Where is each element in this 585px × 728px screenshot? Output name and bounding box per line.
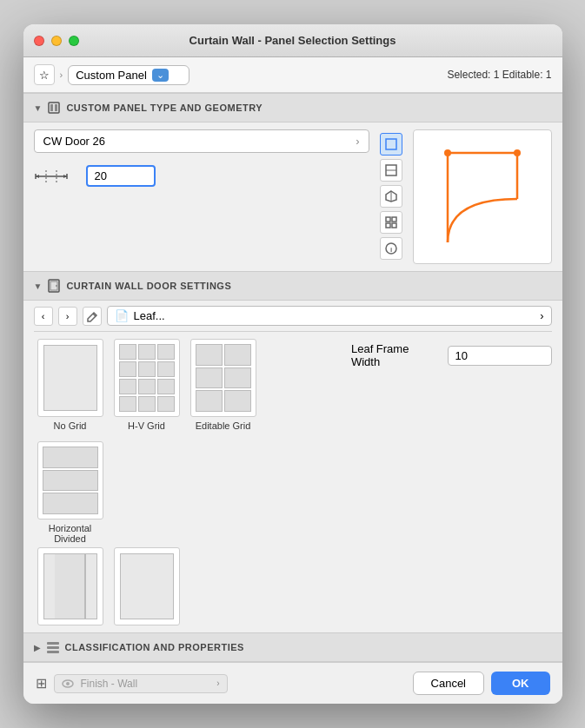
nav-next-button[interactable]: › [58,307,77,326]
hv-cell [119,344,136,360]
favorites-button[interactable]: ☆ [34,64,55,85]
eye-icon [62,678,74,690]
star-icon: ☆ [39,69,50,82]
grid-thumb-row2-1 [37,547,103,625]
minimize-button[interactable] [51,36,62,46]
svg-rect-31 [47,646,59,649]
custom-panel-content: CW Door 26 › [23,122,562,271]
grid-option-row2-1[interactable] [37,547,103,625]
svg-rect-2 [55,104,57,111]
panel-type-icon [47,101,61,115]
panel-type-dropdown[interactable]: Custom Panel ⌄ [68,65,189,85]
svg-text:i: i [389,246,391,254]
titlebar-buttons [34,36,79,46]
section-icon [385,164,397,176]
leaf-frame-panel: Leaf Frame Width [341,339,552,544]
hv-cell [138,379,156,394]
info-button[interactable]: i [380,237,402,260]
grid-options-container: No Grid [34,339,327,544]
grid-view-button[interactable] [380,211,402,234]
grid-thumb-row2-2 [114,547,180,625]
close-button[interactable] [34,36,44,46]
cw-door-icon [47,279,61,293]
finish-arrow-icon: › [216,678,219,688]
main-window: Curtain Wall - Panel Selection Settings … [23,24,562,704]
section-view-button[interactable] [380,159,402,182]
editable-grid-inner [196,344,251,412]
hv-cell [138,344,156,360]
edit-cell [224,344,251,366]
selection-info: Selected: 1 Editable: 1 [447,69,551,81]
nav-edit-button[interactable] [83,307,102,326]
hv-cell [119,361,136,377]
leaf-frame-label: Leaf Frame Width [351,342,437,368]
bottom-bar: ⊞ Finish - Wall › Cancel OK [23,662,562,704]
edit-icon [86,310,98,322]
classification-section-header[interactable]: ▶ CLASSIFICATION AND PROPERTIES [23,632,562,662]
hdiv-row [43,493,98,514]
toolbar: ☆ › Custom Panel ⌄ Selected: 1 Editable:… [23,57,562,93]
horizontal-divided-thumb [37,441,103,520]
hv-grid-label: H-V Grid [128,420,165,431]
hv-cell [119,379,136,394]
dropdown-label: Custom Panel [76,69,147,82]
no-grid-option[interactable]: No Grid [37,339,103,431]
edit-cell [196,390,223,412]
bottom-left: ⊞ Finish - Wall › [36,674,228,693]
editable-grid-option[interactable]: Editable Grid [190,339,256,431]
hv-grid-option[interactable]: H-V Grid [114,339,180,431]
custom-panel-section-header[interactable]: ▼ CUSTOM PANEL TYPE AND GEOMETRY [23,93,562,122]
svg-rect-16 [392,217,396,222]
cw-section-triangle-icon: ▼ [34,281,43,291]
hdiv-row [43,470,98,492]
svg-point-28 [56,285,57,287]
editable-grid-thumb [190,339,256,417]
door-selector-arrow-icon: › [356,135,359,148]
editable-grid-label: Editable Grid [196,420,251,431]
finish-text: Finish - Wall [81,678,138,690]
nav-next-icon: › [66,311,70,321]
edit-cell [224,390,251,412]
nav-prev-button[interactable]: ‹ [34,307,53,326]
grid-icon [385,216,397,228]
panel-preview [413,129,552,264]
horizontal-divided-inner [43,447,98,514]
leaf-label-container: 📄 Leaf... [115,309,165,322]
cw-door-section-header[interactable]: ▼ CURTAIN WALL DOOR SETTINGS [23,271,562,301]
finish-selector[interactable]: Finish - Wall › [54,674,228,693]
cw-door-content: ‹ › 📄 Leaf... › [23,301,562,632]
layers-icon: ⊞ [36,675,47,692]
titlebar: Curtain Wall - Panel Selection Settings [23,24,562,57]
no-grid-thumb [37,339,103,417]
cancel-button[interactable]: Cancel [413,672,484,695]
classification-section-title: CLASSIFICATION AND PROPERTIES [65,642,244,652]
dimension-input[interactable] [86,165,156,187]
hv-cell [157,396,175,412]
dimension-icon [34,167,79,186]
leaf-arrow-icon: › [540,309,543,322]
grid-option-row2-2[interactable] [114,547,180,625]
horizontal-divided-label: HorizontalDivided [49,523,92,544]
edit-cell [224,367,251,389]
svg-rect-1 [50,104,53,111]
view-2d-button[interactable] [380,133,402,156]
ok-button[interactable]: OK [491,672,550,695]
hv-cell [138,396,156,412]
svg-rect-17 [386,223,390,228]
leaf-frame-input[interactable] [448,346,552,366]
hv-cell [157,361,175,377]
horizontal-divided-option[interactable]: HorizontalDivided [37,441,103,544]
custom-panel-section-title: CUSTOM PANEL TYPE AND GEOMETRY [66,103,263,113]
svg-rect-30 [47,642,59,645]
maximize-button[interactable] [69,36,79,46]
leaf-selector[interactable]: 📄 Leaf... › [107,306,552,326]
info-icon: i [385,242,397,255]
cw-nav-row: ‹ › 📄 Leaf... › [34,301,552,332]
classification-icon [46,640,60,654]
svg-rect-10 [386,139,396,149]
no-grid-inner [43,345,97,411]
breadcrumb-arrow: › [60,69,63,80]
edit-cell [196,344,223,366]
door-type-selector[interactable]: CW Door 26 › [34,129,369,153]
3d-view-button[interactable] [380,185,402,208]
